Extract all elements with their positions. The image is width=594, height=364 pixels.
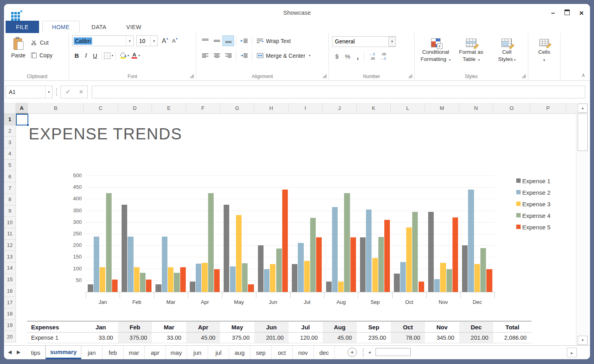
sheet-tab-feb[interactable]: feb [102, 346, 124, 359]
bar-expense-2-feb[interactable] [128, 237, 133, 292]
increase-decimal-button[interactable]: ←.0.00 [369, 52, 375, 60]
table-header-expenses[interactable]: Expenses [27, 322, 84, 333]
scroll-down-button[interactable]: ▼ [578, 336, 588, 345]
bar-expense-4-jun[interactable] [276, 249, 282, 292]
bar-expense-2-jun[interactable] [264, 269, 269, 292]
row-header-18[interactable]: 18 [4, 308, 16, 320]
comma-format-button[interactable]: , [357, 55, 359, 59]
ribbon-collapse-button[interactable]: ∧ [581, 72, 585, 78]
column-header-M[interactable]: M [425, 103, 459, 114]
bar-expense-3-sep[interactable] [372, 258, 378, 292]
scroll-up-button[interactable]: ▲ [578, 104, 588, 113]
table-header-dec[interactable]: Dec [459, 322, 494, 333]
table-header-jun[interactable]: Jun [254, 322, 289, 333]
table-cell[interactable]: 375.00 [118, 333, 152, 343]
table-cell[interactable]: 33.00 [84, 333, 118, 343]
grow-font-button[interactable]: A▴ [162, 38, 168, 44]
alignment-dialog-launcher[interactable] [323, 74, 327, 78]
table-header-oct[interactable]: Oct [391, 322, 425, 333]
bar-expense-2-jan[interactable] [94, 237, 99, 292]
align-top-button[interactable] [199, 35, 211, 46]
name-box-caret-icon[interactable]: ▾ [45, 86, 52, 98]
percent-format-button[interactable]: % [345, 53, 350, 60]
hscroll-right-button[interactable]: ▸ [567, 348, 577, 357]
close-button[interactable]: × [579, 10, 584, 16]
table-header-total[interactable]: Total [493, 322, 531, 333]
column-header-C[interactable]: C [84, 103, 118, 114]
bar-expense-4-mar[interactable] [174, 273, 179, 292]
spreadsheet-grid[interactable]: ABCDEFGHIJKLMNOP 12345678910111213141516… [4, 103, 577, 346]
bar-expense-5-jun[interactable] [282, 190, 288, 292]
bar-expense-5-mar[interactable] [180, 267, 186, 292]
bar-expense-2-mar[interactable] [162, 237, 167, 292]
decrease-decimal-button[interactable]: .00→.0 [380, 52, 386, 60]
bar-expense-2-apr[interactable] [196, 264, 201, 292]
sheet-tab-oct[interactable]: oct [271, 346, 293, 359]
bar-expense-4-feb[interactable] [140, 273, 146, 292]
bar-expense-3-jul[interactable] [304, 261, 310, 292]
row-header-5[interactable]: 5 [4, 160, 16, 171]
bar-expense-3-jan[interactable] [100, 267, 105, 292]
bar-expense-1-sep[interactable] [360, 237, 366, 292]
add-sheet-button[interactable]: + [348, 348, 357, 357]
align-bottom-button[interactable] [222, 35, 234, 46]
table-header-nov[interactable]: Nov [425, 322, 459, 333]
align-left-button[interactable] [199, 50, 211, 61]
table-header-feb[interactable]: Feb [118, 322, 152, 333]
bar-expense-4-jan[interactable] [106, 193, 112, 292]
table-header-jul[interactable]: Jul [289, 322, 323, 333]
column-header-extra[interactable] [566, 103, 577, 114]
formula-cancel-button[interactable]: × [79, 88, 83, 96]
sheet-tab-may[interactable]: may [166, 346, 187, 359]
row-header-3[interactable]: 3 [4, 137, 16, 148]
table-header-jan[interactable]: Jan [84, 322, 118, 333]
increase-indent-button[interactable] [238, 35, 250, 46]
row-header-10[interactable]: 10 [4, 217, 16, 228]
row-header-1[interactable]: 1 [4, 114, 16, 125]
column-header-F[interactable]: F [186, 103, 220, 114]
align-middle-button[interactable] [211, 35, 222, 46]
row-header-12[interactable]: 12 [4, 240, 16, 251]
bar-expense-3-apr[interactable] [202, 263, 207, 292]
column-header-P[interactable]: P [530, 103, 566, 114]
bar-expense-5-aug[interactable] [350, 237, 356, 292]
bold-button[interactable]: B [72, 52, 81, 59]
row-header-14[interactable]: 14 [4, 262, 16, 274]
table-cell[interactable]: 45.00 [323, 333, 357, 343]
column-header-E[interactable]: E [152, 103, 186, 114]
row-header-11[interactable]: 11 [4, 228, 16, 240]
fill-color-caret-icon[interactable]: ▾ [128, 54, 129, 57]
column-header-H[interactable]: H [254, 103, 289, 114]
bar-expense-2-may[interactable] [230, 266, 236, 292]
vertical-scrollbar[interactable]: ▲ ▼ [576, 103, 588, 346]
table-header-sep[interactable]: Sep [357, 322, 391, 333]
borders-icon[interactable] [104, 53, 110, 59]
bar-expense-1-aug[interactable] [326, 282, 332, 292]
row-header-13[interactable]: 13 [4, 251, 16, 262]
merge-center-caret-icon[interactable]: ▾ [309, 54, 311, 57]
sheet-tab-jun[interactable]: jun [187, 346, 208, 359]
table-cell[interactable]: 120.00 [289, 333, 323, 343]
bar-expense-1-oct[interactable] [394, 274, 399, 292]
row-header-4[interactable]: 4 [4, 148, 16, 160]
row-header-7[interactable]: 7 [4, 182, 16, 194]
row-header-2[interactable]: 2 [4, 125, 16, 137]
bar-expense-3-dec[interactable] [474, 264, 480, 292]
bar-expense-5-nov[interactable] [452, 217, 458, 292]
bar-expense-4-may[interactable] [242, 263, 248, 292]
sheet-tab-sep[interactable]: sep [250, 346, 271, 359]
sheet-tab-summary[interactable]: summary [45, 346, 81, 359]
bar-expense-3-oct[interactable] [406, 227, 412, 292]
bar-expense-4-sep[interactable] [378, 237, 384, 292]
table-header-may[interactable]: May [220, 322, 254, 333]
bar-expense-3-may[interactable] [236, 215, 242, 292]
table-header-mar[interactable]: Mar [152, 322, 186, 333]
table-cell[interactable]: 345.00 [425, 333, 459, 343]
bar-expense-1-dec[interactable] [462, 245, 468, 292]
bar-expense-5-dec[interactable] [486, 269, 492, 292]
bar-expense-1-may[interactable] [224, 205, 229, 292]
bar-expense-2-sep[interactable] [366, 209, 372, 292]
row-header-19[interactable]: 19 [4, 320, 16, 331]
bar-expense-2-nov[interactable] [434, 279, 440, 292]
format-as-table-button[interactable]: Format as Table ▾ [453, 35, 489, 72]
